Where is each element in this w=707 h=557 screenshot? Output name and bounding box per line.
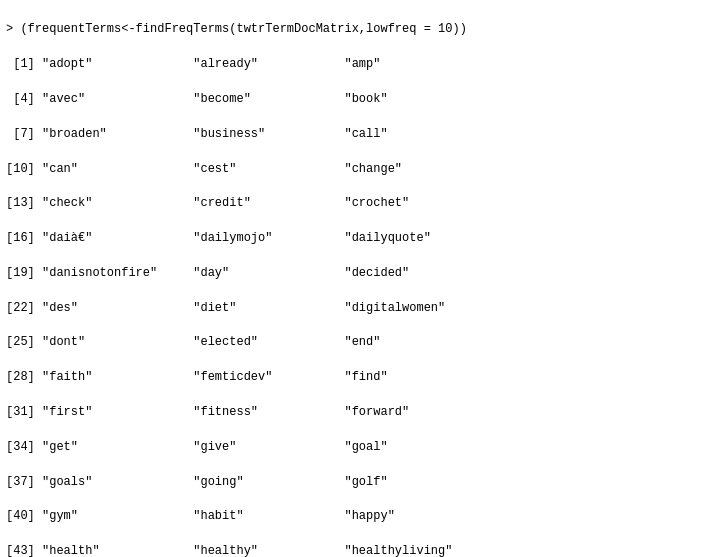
console-line-0: > (frequentTerms<-findFreqTerms(twtrTerm… — [6, 22, 467, 36]
console-line-7: [19] "danisnotonfire" "day" "decided" — [6, 266, 488, 280]
console-line-12: [34] "get" "give" "goal" — [6, 440, 488, 454]
console-line-10: [28] "faith" "femticdev" "find" — [6, 370, 488, 384]
console-line-4: [10] "can" "cest" "change" — [6, 162, 488, 176]
console-output: > (frequentTerms<-findFreqTerms(twtrTerm… — [0, 0, 707, 557]
console-line-5: [13] "check" "credit" "crochet" — [6, 196, 488, 210]
console-line-13: [37] "goals" "going" "golf" — [6, 475, 488, 489]
console-line-1: [1] "adopt" "already" "amp" — [6, 57, 488, 71]
console-line-2: [4] "avec" "become" "book" — [6, 92, 488, 106]
console-line-15: [43] "health" "healthy" "healthyliving" — [6, 544, 488, 557]
console-line-9: [25] "dont" "elected" "end" — [6, 335, 488, 349]
console-line-14: [40] "gym" "habit" "happy" — [6, 509, 488, 523]
console-line-11: [31] "first" "fitness" "forward" — [6, 405, 488, 419]
console-line-8: [22] "des" "diet" "digitalwomen" — [6, 301, 488, 315]
console-line-6: [16] "daià€" "dailymojo" "dailyquote" — [6, 231, 488, 245]
console-line-3: [7] "broaden" "business" "call" — [6, 127, 488, 141]
